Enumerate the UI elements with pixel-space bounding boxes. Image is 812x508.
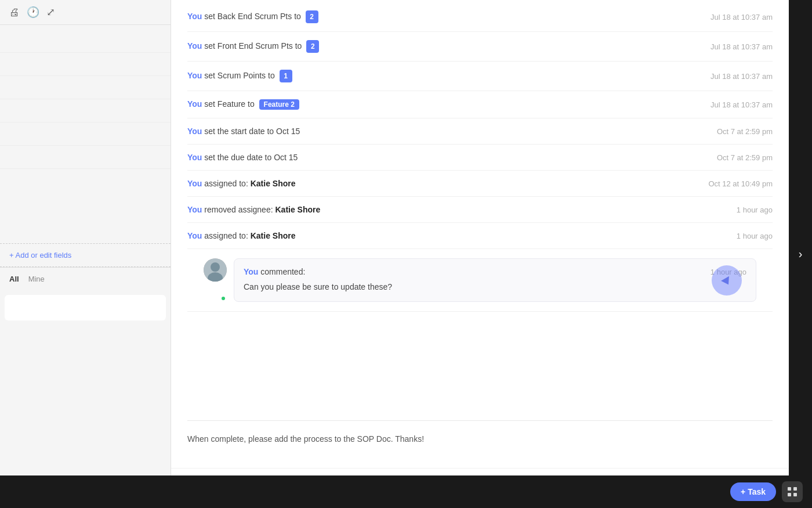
- field-row: [0, 76, 171, 99]
- activity-desc: assigned to:: [202, 231, 248, 240]
- activity-you: You: [187, 231, 202, 240]
- activity-text: You assigned to: Katie Shore: [187, 231, 296, 240]
- activity-you: You: [187, 99, 202, 109]
- activity-desc: set Back End Scrum Pts to: [202, 12, 300, 21]
- comment-author: You commented:: [244, 267, 305, 276]
- activity-badge: 2: [306, 10, 318, 23]
- filter-tab-all[interactable]: All: [9, 275, 19, 283]
- activity-time: Jul 18 at 10:37 am: [710, 13, 773, 21]
- reply-textarea[interactable]: When complete, please add the process to…: [187, 426, 773, 466]
- activity-time: Jul 18 at 10:37 am: [710, 100, 773, 109]
- activity-row: You assigned to: Katie Shore Oct 12 at 1…: [187, 171, 773, 197]
- comment-text-body: Can you please be sure to update these?: [244, 281, 746, 293]
- field-row: [0, 99, 171, 123]
- activity-row: You set the start date to Oct 15 Oct 7 a…: [187, 118, 773, 145]
- activity-row: You assigned to: Katie Shore 1 hour ago: [187, 223, 773, 249]
- field-row: [0, 53, 171, 76]
- activity-text: You assigned to: Katie Shore: [187, 179, 296, 188]
- svg-rect-26: [788, 493, 791, 496]
- activity-desc: removed assignee:: [202, 205, 273, 214]
- activity-desc: set Scrum Points to: [202, 71, 274, 80]
- activity-you: You: [187, 12, 202, 21]
- activity-badge: 1: [280, 70, 292, 82]
- activity-time: Jul 18 at 10:37 am: [710, 72, 773, 81]
- activity-you: You: [187, 41, 202, 51]
- avatar-online-indicator: [220, 296, 226, 301]
- feature-badge: Feature 2: [259, 99, 299, 110]
- comment-header: You commented: 1 hour ago: [244, 267, 746, 276]
- sidebar-toolbar: 🖨 🕐 ⤢: [0, 0, 171, 25]
- comment-bubble: You commented: 1 hour ago Can you please…: [234, 258, 756, 302]
- activity-desc: set Front End Scrum Pts to: [202, 41, 302, 51]
- activity-desc: set the due date to Oct 15: [202, 153, 298, 162]
- activity-time: Oct 7 at 2:59 pm: [717, 153, 773, 162]
- comment-author-text: commented:: [258, 267, 305, 276]
- svg-point-1: [211, 262, 220, 272]
- svg-rect-25: [793, 487, 797, 491]
- activity-you: You: [187, 153, 202, 162]
- activity-row: You set the due date to Oct 15 Oct 7 at …: [187, 145, 773, 171]
- bottom-bar: + Task: [0, 475, 812, 508]
- activity-text: You set Back End Scrum Pts to 2: [187, 10, 318, 23]
- activity-time: Jul 18 at 10:37 am: [710, 42, 773, 51]
- filter-tab-mine[interactable]: Mine: [28, 275, 45, 283]
- field-row: [0, 30, 171, 53]
- svg-rect-24: [788, 487, 791, 491]
- activity-time: 1 hour ago: [737, 206, 773, 214]
- activity-you: You: [187, 205, 202, 214]
- activity-row: You removed assignee: Katie Shore 1 hour…: [187, 197, 773, 223]
- text-input-area[interactable]: When complete, please add the process to…: [171, 421, 789, 468]
- cursor-blob: [712, 265, 742, 296]
- cursor-arrow-icon: [721, 276, 733, 286]
- filter-tabs: All Mine: [0, 267, 171, 290]
- activity-you: You: [187, 71, 202, 80]
- expand-right-icon[interactable]: ›: [799, 247, 803, 261]
- activity-row: You set Scrum Points to 1 Jul 18 at 10:3…: [187, 62, 773, 91]
- activity-text: You set Feature to Feature 2: [187, 99, 299, 110]
- comment-block: You commented: 1 hour ago Can you please…: [187, 249, 773, 312]
- comment-author-you: You: [244, 267, 258, 276]
- svg-rect-27: [793, 493, 797, 496]
- activity-text: You set Front End Scrum Pts to 2: [187, 40, 319, 53]
- activity-text: You set Scrum Points to 1: [187, 70, 292, 82]
- main-content: You set Back End Scrum Pts to 2 Jul 18 a…: [171, 0, 789, 508]
- print-icon[interactable]: 🖨: [9, 6, 20, 19]
- activity-badge: 2: [306, 40, 319, 53]
- activity-bold: Katie Shore: [251, 231, 296, 240]
- activity-log: You set Back End Scrum Pts to 2 Jul 18 a…: [171, 0, 789, 420]
- expand-icon[interactable]: ⤢: [46, 6, 55, 19]
- activity-bold: Katie Shore: [251, 179, 296, 188]
- activity-text: You set the start date to Oct 15: [187, 127, 300, 136]
- avatar-wrapper: [204, 258, 227, 302]
- avatar: [204, 258, 227, 282]
- field-row: [0, 146, 171, 169]
- activity-desc: assigned to:: [202, 179, 248, 188]
- activity-row: You set Front End Scrum Pts to 2 Jul 18 …: [187, 32, 773, 62]
- grid-icon-button[interactable]: [782, 481, 803, 502]
- field-row: [0, 123, 171, 146]
- activity-you: You: [187, 127, 202, 136]
- activity-time: Oct 7 at 2:59 pm: [717, 127, 773, 136]
- sidebar-fields: [0, 25, 171, 243]
- add-task-button[interactable]: + Task: [730, 482, 776, 501]
- add-fields-button[interactable]: + Add or edit fields: [0, 243, 171, 267]
- activity-time: Oct 12 at 10:49 pm: [708, 179, 773, 188]
- activity-time: 1 hour ago: [737, 232, 773, 240]
- activity-text: You set the due date to Oct 15: [187, 153, 298, 162]
- left-sidebar: 🖨 🕐 ⤢ + Add or edit fields All Mine: [0, 0, 171, 508]
- activity-row: You set Feature to Feature 2 Jul 18 at 1…: [187, 91, 773, 118]
- activity-you: You: [187, 179, 202, 188]
- right-arrow-panel[interactable]: ›: [789, 0, 812, 508]
- history-icon[interactable]: 🕐: [27, 6, 39, 19]
- activity-row: You set Back End Scrum Pts to 2 Jul 18 a…: [187, 2, 773, 32]
- activity-desc: set the start date to Oct 15: [202, 127, 300, 136]
- activity-desc: set Feature to: [202, 99, 254, 109]
- bottom-card: [5, 295, 166, 320]
- activity-bold: Katie Shore: [275, 205, 320, 214]
- activity-text: You removed assignee: Katie Shore: [187, 205, 320, 214]
